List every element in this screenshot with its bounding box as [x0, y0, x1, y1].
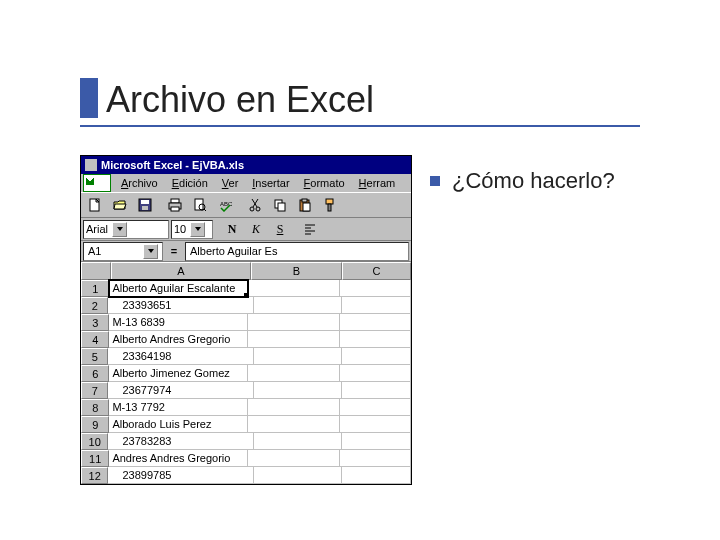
row-header[interactable]: 9: [81, 416, 109, 433]
svg-rect-21: [328, 204, 331, 211]
svg-rect-4: [171, 199, 179, 203]
save-icon[interactable]: [133, 194, 157, 216]
cell[interactable]: [254, 297, 343, 314]
name-box-value: A1: [88, 245, 101, 257]
align-left-icon[interactable]: [299, 219, 321, 239]
select-all-corner[interactable]: [81, 262, 111, 280]
title-accent: [80, 78, 98, 118]
cell[interactable]: 23393651: [108, 297, 253, 314]
col-header-c[interactable]: C: [342, 262, 411, 280]
svg-point-13: [250, 207, 254, 211]
font-size-value: 10: [174, 223, 186, 235]
svg-rect-18: [302, 199, 307, 202]
row-header[interactable]: 3: [81, 314, 109, 331]
open-icon[interactable]: [108, 194, 132, 216]
row-header[interactable]: 12: [81, 467, 108, 484]
cell[interactable]: [248, 399, 340, 416]
row-header[interactable]: 11: [81, 450, 109, 467]
cell[interactable]: Andres Andres Gregorio: [109, 450, 248, 467]
copy-icon[interactable]: [268, 194, 292, 216]
name-box[interactable]: A1: [83, 242, 163, 261]
table-row: 4Alberto Andres Gregorio: [81, 331, 411, 348]
cell[interactable]: Alberto Andres Gregorio: [109, 331, 248, 348]
cell[interactable]: [342, 382, 411, 399]
cell[interactable]: [340, 331, 411, 348]
cell[interactable]: Alberto Aguilar Escalante: [109, 280, 248, 297]
excel-app-icon: [85, 159, 97, 171]
menu-insertar[interactable]: Insertar: [246, 176, 295, 190]
standard-toolbar: ABC: [81, 192, 411, 218]
cell[interactable]: [248, 416, 340, 433]
excel-doc-icon[interactable]: [83, 174, 111, 192]
table-row: 8M-13 7792: [81, 399, 411, 416]
new-icon[interactable]: [83, 194, 107, 216]
row-header[interactable]: 6: [81, 365, 109, 382]
dropdown-icon[interactable]: [190, 222, 205, 237]
cell[interactable]: [340, 450, 411, 467]
cell[interactable]: [340, 280, 411, 297]
cell[interactable]: [340, 399, 411, 416]
italic-button[interactable]: K: [245, 219, 267, 239]
menu-edicion[interactable]: Edición: [166, 176, 214, 190]
svg-text:ABC: ABC: [220, 201, 232, 207]
svg-line-12: [253, 199, 258, 207]
cell[interactable]: [254, 382, 343, 399]
cut-icon[interactable]: [243, 194, 267, 216]
cell[interactable]: M-13 7792: [109, 399, 248, 416]
cell[interactable]: [248, 450, 340, 467]
cell[interactable]: 23783283: [108, 433, 253, 450]
cell[interactable]: [248, 280, 340, 297]
col-header-a[interactable]: A: [111, 262, 251, 280]
cell[interactable]: [254, 467, 343, 484]
underline-button[interactable]: S: [269, 219, 291, 239]
cell[interactable]: [248, 331, 340, 348]
spell-icon[interactable]: ABC: [213, 194, 237, 216]
row-header[interactable]: 7: [81, 382, 108, 399]
cell[interactable]: Alberto Jimenez Gomez: [109, 365, 248, 382]
svg-point-14: [256, 207, 260, 211]
row-header[interactable]: 5: [81, 348, 108, 365]
row-header[interactable]: 4: [81, 331, 109, 348]
cell[interactable]: [342, 348, 411, 365]
menu-ver[interactable]: Ver: [216, 176, 245, 190]
cell[interactable]: 23364198: [108, 348, 253, 365]
row-header[interactable]: 1: [81, 280, 109, 297]
bold-button[interactable]: N: [221, 219, 243, 239]
cell[interactable]: 23677974: [108, 382, 253, 399]
cell[interactable]: [342, 467, 411, 484]
menu-formato[interactable]: Formato: [298, 176, 351, 190]
preview-icon[interactable]: [188, 194, 212, 216]
menu-archivo[interactable]: Archivo: [115, 176, 164, 190]
font-name-combo[interactable]: Arial: [83, 220, 169, 239]
window-titlebar[interactable]: Microsoft Excel - EjVBA.xls: [81, 156, 411, 174]
dropdown-icon[interactable]: [143, 244, 158, 259]
print-icon[interactable]: [163, 194, 187, 216]
cell[interactable]: [254, 348, 343, 365]
cell[interactable]: [342, 433, 411, 450]
font-size-combo[interactable]: 10: [171, 220, 213, 239]
cell[interactable]: Alborado Luis Perez: [109, 416, 248, 433]
cell[interactable]: [342, 297, 411, 314]
cell[interactable]: [248, 365, 340, 382]
equals-label: =: [167, 245, 181, 257]
format-toolbar: Arial 10 N K S: [81, 218, 411, 241]
row-header[interactable]: 10: [81, 433, 108, 450]
format-painter-icon[interactable]: [318, 194, 342, 216]
row-header[interactable]: 8: [81, 399, 109, 416]
cell[interactable]: [248, 314, 340, 331]
dropdown-icon[interactable]: [112, 222, 127, 237]
table-row: 6Alberto Jimenez Gomez: [81, 365, 411, 382]
cell[interactable]: M-13 6839: [109, 314, 248, 331]
col-header-b[interactable]: B: [251, 262, 342, 280]
cell[interactable]: 23899785: [108, 467, 253, 484]
row-header[interactable]: 2: [81, 297, 108, 314]
cell[interactable]: [340, 314, 411, 331]
cell[interactable]: [340, 365, 411, 382]
formula-bar[interactable]: Alberto Aguilar Es: [185, 242, 409, 261]
cell[interactable]: [340, 416, 411, 433]
excel-window: Microsoft Excel - EjVBA.xls Archivo Edic…: [80, 155, 412, 485]
menu-herram[interactable]: Herram: [353, 176, 402, 190]
paste-icon[interactable]: [293, 194, 317, 216]
formula-bar-row: A1 = Alberto Aguilar Es: [81, 241, 411, 262]
cell[interactable]: [254, 433, 343, 450]
